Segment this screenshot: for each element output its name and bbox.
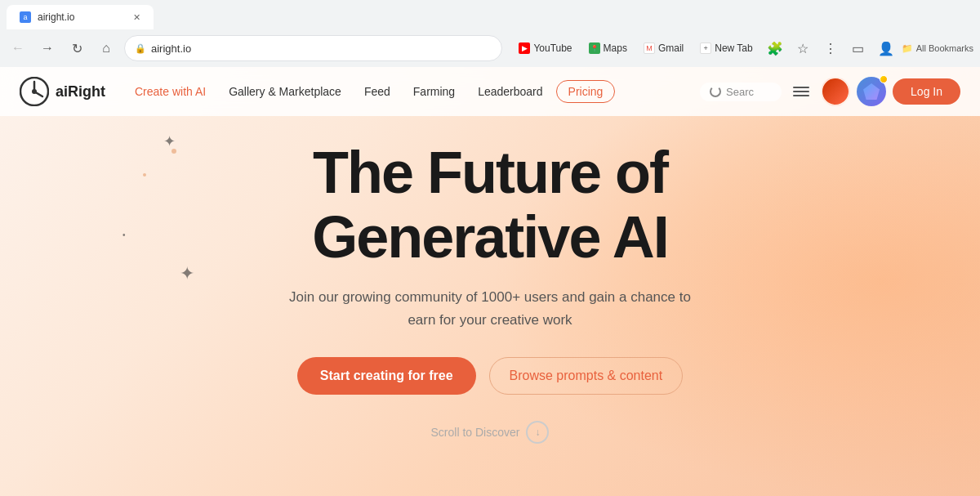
hero-section: The Future of Generative AI Join our gro… <box>0 124 980 444</box>
user-avatar-button[interactable] <box>821 77 850 106</box>
tab-bar: a airight.io ✕ <box>0 0 980 29</box>
back-button[interactable]: ← <box>7 37 29 60</box>
browser-tab[interactable]: a airight.io ✕ <box>7 5 154 29</box>
bookmark-newtab-label: New Tab <box>715 42 752 54</box>
start-creating-button[interactable]: Start creating for free <box>297 357 476 395</box>
browser-toolbar: ← → ↻ ⌂ 🔒 airight.io ▶ YouTube 📍 Maps M … <box>0 29 980 67</box>
profile-button[interactable]: 👤 <box>874 36 898 60</box>
menu-bar-3 <box>793 95 809 96</box>
logo-icon <box>20 77 49 106</box>
youtube-favicon: ▶ <box>519 42 530 54</box>
crystal-gem-icon <box>863 83 880 100</box>
tab-title: airight.io <box>38 11 74 23</box>
hero-title-line2: Generative AI <box>312 204 668 270</box>
search-placeholder-text: Searc <box>726 86 754 98</box>
scroll-down-icon: ↓ <box>526 421 549 444</box>
bookmark-maps-label: Maps <box>604 42 627 54</box>
folder-icon: 📁 <box>902 43 913 54</box>
site-nav: aiRight Create with AI Gallery & Marketp… <box>0 67 980 116</box>
browser-chrome: a airight.io ✕ ← → ↻ ⌂ 🔒 airight.io ▶ Yo… <box>0 0 980 67</box>
bookmark-gmail[interactable]: M Gmail <box>640 41 687 56</box>
nav-create-with-ai[interactable]: Create with AI <box>125 80 216 103</box>
bookmarks-bar: ▶ YouTube 📍 Maps M Gmail + New Tab <box>515 41 755 56</box>
maps-favicon: 📍 <box>589 42 600 54</box>
bookmark-newtab[interactable]: + New Tab <box>697 41 755 56</box>
nav-leaderboard[interactable]: Leaderboard <box>468 80 552 103</box>
search-area[interactable]: Searc <box>700 83 782 101</box>
nav-links: Create with AI Gallery & Marketplace Fee… <box>125 80 700 103</box>
hero-subtitle: Join our growing community of 1000+ user… <box>286 286 694 330</box>
search-spinner-icon <box>710 86 721 97</box>
website-content: ✦ • ✦ aiRight Create with AI Gallery & M… <box>0 67 980 496</box>
hero-buttons: Start creating for free Browse prompts &… <box>297 357 683 395</box>
all-bookmarks-label: 📁 All Bookmarks <box>902 43 973 54</box>
browser-menu-button[interactable]: ⋮ <box>818 36 843 60</box>
url-text: airight.io <box>151 42 191 55</box>
home-button[interactable]: ⌂ <box>95 37 118 60</box>
menu-bar-2 <box>793 91 809 92</box>
bookmark-gmail-label: Gmail <box>658 42 684 54</box>
tab-favicon: a <box>20 11 31 23</box>
logo-text: aiRight <box>56 83 105 101</box>
tab-close-btn[interactable]: ✕ <box>133 12 140 23</box>
hamburger-menu-button[interactable] <box>788 78 814 105</box>
bookmark-youtube[interactable]: ▶ YouTube <box>515 41 575 56</box>
nav-farming[interactable]: Farming <box>403 80 465 103</box>
nav-pricing[interactable]: Pricing <box>556 80 616 103</box>
browse-prompts-button[interactable]: Browse prompts & content <box>489 357 684 395</box>
extensions-button[interactable]: 🧩 <box>763 36 787 60</box>
login-button[interactable]: Log In <box>893 78 960 105</box>
hamburger-icon <box>793 87 809 96</box>
sidebar-toggle-button[interactable]: ▭ <box>846 36 871 60</box>
hero-title-line1: The Future of <box>313 140 667 205</box>
menu-bar-1 <box>793 87 809 88</box>
address-bar[interactable]: 🔒 airight.io <box>124 35 502 61</box>
crystal-wallet-button[interactable] <box>857 77 886 106</box>
hero-title: The Future of Generative AI <box>312 141 668 270</box>
svg-point-1 <box>32 89 37 94</box>
logo-area[interactable]: aiRight <box>20 77 105 106</box>
profile-avatar-icon <box>822 78 849 105</box>
nav-feed[interactable]: Feed <box>354 80 400 103</box>
scroll-label-text: Scroll to Discover <box>431 426 520 439</box>
scroll-to-discover[interactable]: Scroll to Discover ↓ <box>431 421 550 444</box>
notification-dot <box>880 75 888 83</box>
lock-icon: 🔒 <box>135 43 146 54</box>
bookmark-star-button[interactable]: ☆ <box>791 36 815 60</box>
forward-button[interactable]: → <box>36 37 59 60</box>
nav-gallery-marketplace[interactable]: Gallery & Marketplace <box>219 80 351 103</box>
toolbar-right: 🧩 ☆ ⋮ ▭ 👤 📁 All Bookmarks <box>763 36 973 60</box>
reload-button[interactable]: ↻ <box>65 37 88 60</box>
gmail-favicon: M <box>644 42 655 54</box>
newtab-favicon: + <box>700 42 711 54</box>
nav-right: Searc Log In <box>700 77 960 106</box>
bookmark-youtube-label: YouTube <box>533 42 572 54</box>
bookmark-maps[interactable]: 📍 Maps <box>586 41 630 56</box>
